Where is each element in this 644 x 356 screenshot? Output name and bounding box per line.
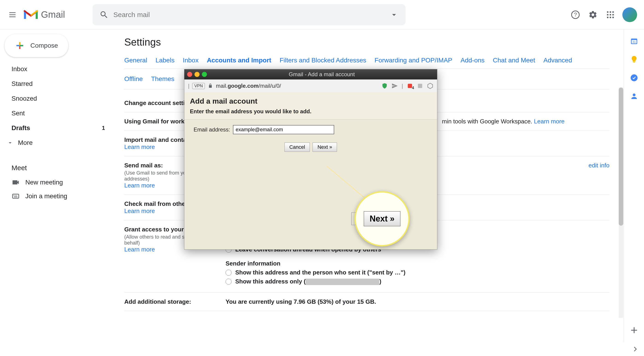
sidebar-more-button[interactable]: More xyxy=(0,135,118,150)
svg-point-4 xyxy=(607,11,608,13)
tab-chat-meet[interactable]: Chat and Meet xyxy=(493,55,535,66)
meet-new-meeting[interactable]: New meeting xyxy=(12,175,118,189)
sidebar-item-snoozed[interactable]: Snoozed xyxy=(0,91,110,106)
compose-button[interactable]: Compose xyxy=(4,34,68,57)
product-name: Gmail xyxy=(41,10,65,20)
send-icon[interactable] xyxy=(392,83,398,89)
url-text: mail.google.com/mail/u/0/ xyxy=(216,83,281,89)
header-right: ? xyxy=(570,7,637,22)
svg-rect-16 xyxy=(16,195,17,196)
close-icon[interactable] xyxy=(187,72,192,77)
calendar-icon[interactable]: 31 xyxy=(630,36,639,46)
edit-info-link[interactable]: edit info xyxy=(588,162,610,169)
sidebar-item-starred[interactable]: Starred xyxy=(0,77,110,91)
svg-rect-24 xyxy=(408,84,412,88)
keep-icon[interactable] xyxy=(630,55,639,64)
cancel-button[interactable]: Cancel xyxy=(284,143,310,152)
gear-icon[interactable] xyxy=(588,9,598,20)
radio-input[interactable] xyxy=(226,279,232,285)
tab-themes[interactable]: Themes xyxy=(151,74,174,85)
meet-section: Meet New meeting Join a meeting xyxy=(0,164,118,203)
sidebar-item-sent[interactable]: Sent xyxy=(0,106,110,121)
chevron-right-icon[interactable] xyxy=(631,345,640,353)
scrollbar-thumb[interactable] xyxy=(619,88,623,226)
vertical-scrollbar[interactable] xyxy=(619,88,623,318)
gmail-logo-icon xyxy=(22,9,39,21)
sender-info-heading: Sender information xyxy=(226,260,610,267)
gmail-logo[interactable]: Gmail xyxy=(22,9,65,21)
dialog-titlebar[interactable]: Gmail - Add a mail account xyxy=(184,69,437,80)
avatar[interactable] xyxy=(622,7,637,22)
page-title: Settings xyxy=(124,36,610,48)
next-button-zoomed[interactable]: Next » xyxy=(364,211,400,226)
notification-icon[interactable]: 4 xyxy=(407,83,413,89)
contacts-icon[interactable] xyxy=(630,92,639,101)
package-icon[interactable] xyxy=(427,83,434,89)
compose-label: Compose xyxy=(30,42,58,49)
sidebar: Compose Inbox Starred Snoozed Sent Draft… xyxy=(0,30,118,356)
tasks-icon[interactable] xyxy=(630,73,639,83)
radio-input[interactable] xyxy=(226,270,232,276)
tab-advanced[interactable]: Advanced xyxy=(544,55,572,66)
svg-point-5 xyxy=(610,11,611,13)
svg-point-7 xyxy=(607,14,608,16)
help-icon[interactable]: ? xyxy=(570,9,581,20)
svg-rect-21 xyxy=(633,62,635,63)
tab-inbox[interactable]: Inbox xyxy=(183,55,199,66)
dialog-subheading: Enter the email address you would like t… xyxy=(190,108,432,115)
tab-accounts-import[interactable]: Accounts and Import xyxy=(207,55,271,66)
meet-join-meeting[interactable]: Join a meeting xyxy=(12,189,118,203)
bookmark-icon[interactable] xyxy=(417,83,423,89)
svg-text:31: 31 xyxy=(632,40,636,44)
svg-rect-13 xyxy=(13,194,19,198)
row-add-storage: Add additional storage: You are currentl… xyxy=(124,293,610,311)
drafts-count: 1 xyxy=(102,125,105,131)
storage-usage: You are currently using 7.96 GB (53%) of… xyxy=(226,298,610,305)
svg-rect-14 xyxy=(14,195,14,196)
dialog-header: Add a mail account Enter the email addre… xyxy=(184,92,437,119)
redacted-email xyxy=(306,279,379,285)
keyboard-icon xyxy=(12,192,20,200)
next-button[interactable]: Next » xyxy=(312,143,337,152)
svg-point-12 xyxy=(612,17,614,18)
tab-offline[interactable]: Offline xyxy=(124,74,143,85)
svg-point-9 xyxy=(612,14,614,16)
plus-icon xyxy=(15,41,25,51)
email-address-label: Email address: xyxy=(194,126,230,133)
dialog-addressbar: | VPN mail.google.com/mail/u/0/ | 4 xyxy=(184,80,437,92)
search-icon xyxy=(100,10,109,19)
minimize-icon[interactable] xyxy=(194,72,200,77)
chevron-down-icon xyxy=(7,140,13,146)
radio-show-sent-by[interactable]: Show this address and the person who sen… xyxy=(226,269,610,276)
settings-tabs: General Labels Inbox Accounts and Import… xyxy=(124,55,610,69)
search-input[interactable] xyxy=(113,11,390,19)
lock-icon xyxy=(208,83,213,89)
tab-general[interactable]: General xyxy=(124,55,147,66)
tab-addons[interactable]: Add-ons xyxy=(460,55,484,66)
search-options-icon[interactable] xyxy=(390,10,399,19)
search-bar[interactable] xyxy=(92,4,406,25)
sidebar-item-drafts[interactable]: Drafts 1 xyxy=(0,121,110,135)
svg-point-11 xyxy=(610,17,611,18)
email-address-input[interactable] xyxy=(233,125,334,134)
meet-heading: Meet xyxy=(12,164,118,172)
vpn-badge: VPN xyxy=(192,83,205,89)
radio-show-only[interactable]: Show this address only () xyxy=(226,278,610,285)
apps-icon[interactable] xyxy=(605,9,616,20)
dialog-window-title: Gmail - Add a mail account xyxy=(209,71,434,78)
sidebar-item-inbox[interactable]: Inbox xyxy=(0,62,110,77)
svg-point-10 xyxy=(607,17,608,18)
svg-rect-25 xyxy=(418,84,422,88)
maximize-icon[interactable] xyxy=(202,72,207,77)
shield-icon[interactable] xyxy=(382,83,388,89)
learn-more-link[interactable]: Learn more xyxy=(534,118,564,125)
svg-text:?: ? xyxy=(574,12,577,18)
tab-labels[interactable]: Labels xyxy=(156,55,175,66)
tab-filters[interactable]: Filters and Blocked Addresses xyxy=(280,55,366,66)
tab-forwarding[interactable]: Forwarding and POP/IMAP xyxy=(374,55,452,66)
svg-rect-17 xyxy=(14,197,18,197)
zoom-lens: Next » xyxy=(354,191,410,246)
add-panel-icon[interactable] xyxy=(629,325,639,335)
menu-icon[interactable] xyxy=(7,9,18,20)
svg-point-22 xyxy=(631,74,638,81)
